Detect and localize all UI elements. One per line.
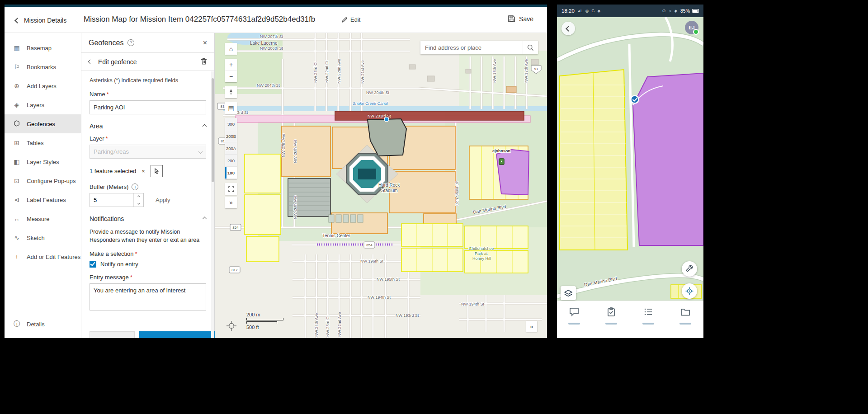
scale-imperial-label: 500 ft: [246, 325, 283, 330]
home-button[interactable]: ⌂: [225, 43, 237, 55]
responder-marker-ejohnson[interactable]: [499, 159, 504, 165]
notify-on-entry-checkbox[interactable]: [90, 261, 96, 268]
svg-text:NW 194th St: NW 194th St: [461, 302, 485, 306]
back-to-mission-details[interactable]: Mission Details: [15, 17, 66, 24]
zoom-in-button[interactable]: +: [225, 59, 237, 71]
close-panel-icon[interactable]: ×: [203, 39, 207, 47]
sidebar-item-label: Details: [27, 321, 45, 328]
svg-text:NW 21st Ave: NW 21st Ave: [360, 60, 365, 84]
svg-text:Honey Hill: Honey Hill: [472, 256, 491, 261]
svg-text:ejohnson: ejohnson: [492, 149, 510, 153]
sidebar-item-bookmarks[interactable]: ⚐Bookmarks: [5, 57, 81, 76]
floor-filter-button[interactable]: ▤: [225, 102, 237, 114]
status-right-icons: ∅ ♫ ◈: [662, 9, 678, 13]
save-button[interactable]: Save: [508, 15, 533, 23]
search-button[interactable]: [523, 41, 538, 54]
svg-text:NW 17th Ave: NW 17th Ave: [524, 59, 528, 83]
floor-option[interactable]: 300: [225, 118, 237, 130]
sidebar-item-configure-popups[interactable]: ⊡Configure Pop-ups: [5, 171, 81, 190]
compass-button[interactable]: [225, 86, 237, 98]
help-icon[interactable]: ?: [127, 39, 134, 46]
svg-text:NW 203rd St: NW 203rd St: [368, 114, 391, 118]
entry-message-textarea[interactable]: You are entering an area of interest: [90, 283, 206, 310]
nav-list-button[interactable]: [639, 307, 657, 332]
layer-select-value: ParkingAreas: [94, 148, 129, 155]
selected-road-strip: [335, 111, 524, 120]
notify-on-entry-label: Notify on entry: [100, 261, 138, 268]
collapse-chevron-icon: [203, 216, 207, 221]
tools-button[interactable]: [682, 261, 697, 277]
measure-icon: ↔: [13, 215, 21, 222]
sidebar-item-layers[interactable]: ◈Layers: [5, 95, 81, 114]
buffer-input[interactable]: [90, 197, 131, 203]
name-input[interactable]: [90, 100, 206, 114]
expand-button[interactable]: [225, 183, 237, 195]
svg-text:NW 196th St: NW 196th St: [360, 259, 384, 263]
nav-tasks-button[interactable]: [602, 307, 620, 332]
area-section-toggle[interactable]: Area: [90, 122, 206, 130]
phone-avatar[interactable]: EJ: [685, 21, 698, 34]
sidebar-item-sketch[interactable]: ∿Sketch: [5, 228, 81, 247]
clear-selection-icon[interactable]: ×: [142, 168, 145, 174]
map-view[interactable]: 81 817 817 854 854 91 Lake Lucerne NW 20…: [215, 33, 547, 338]
sidebar-item-basemap[interactable]: ▦Basemap: [5, 38, 81, 57]
details-icon: ⓘ: [13, 320, 21, 328]
sidebar-item-add-layers[interactable]: ⊕Add Layers: [5, 76, 81, 95]
phone-map-canvas[interactable]: Dan Marino Blvd: [557, 17, 703, 301]
svg-text:Snake Creek Canal: Snake Creek Canal: [353, 101, 388, 106]
nav-indicator: [679, 323, 691, 325]
bookmark-icon: ⚐: [13, 63, 21, 71]
delete-geofence-button[interactable]: [201, 58, 207, 66]
phone-back-button[interactable]: [561, 22, 575, 35]
search-input[interactable]: [420, 44, 523, 51]
sidebar-item-layer-styles[interactable]: ◧Layer Styles: [5, 152, 81, 171]
edit-label: Edit: [350, 16, 360, 23]
save-label: Save: [519, 15, 533, 23]
sketch-icon: ∿: [13, 234, 21, 241]
svg-text:817: 817: [231, 268, 238, 272]
locate-button[interactable]: [682, 283, 697, 299]
basemap-toggle-button[interactable]: [561, 286, 576, 300]
entry-message-label: Entry message: [90, 274, 129, 281]
map-canvas[interactable]: 81 817 817 854 854 91 Lake Lucerne NW 20…: [215, 33, 547, 338]
floor-option-active[interactable]: 100: [225, 167, 237, 179]
buffer-increment-button[interactable]: [134, 193, 143, 200]
collapse-panel-button[interactable]: «: [526, 321, 537, 332]
sidebar-item-add-edit-features[interactable]: +Add or Edit Features: [5, 247, 81, 266]
notifications-section-toggle[interactable]: Notifications: [90, 215, 206, 222]
floor-option[interactable]: 200B: [225, 130, 237, 142]
secondary-button-partial[interactable]: [90, 331, 135, 338]
sidebar-item-details[interactable]: ⓘDetails: [5, 315, 81, 334]
scrollbar-thumb[interactable]: [212, 78, 214, 182]
nav-indicator: [568, 323, 580, 325]
nav-folder-button[interactable]: [676, 307, 694, 332]
trash-icon: [201, 58, 207, 65]
required-asterisk: *: [135, 250, 137, 257]
phone-map[interactable]: Dan Marino Blvd: [557, 17, 703, 301]
floor-option[interactable]: 200: [225, 155, 237, 167]
buffer-decrement-button[interactable]: [134, 200, 143, 207]
required-asterisk: *: [107, 91, 109, 98]
layer-styles-icon: ◧: [13, 158, 21, 165]
select-feature-button[interactable]: [151, 165, 163, 177]
apply-buffer-button[interactable]: Apply: [156, 197, 170, 203]
primary-button-partial[interactable]: [139, 331, 216, 338]
panel-scrollbar[interactable]: [211, 71, 214, 338]
floor-option[interactable]: 200A: [225, 142, 237, 155]
sidebar-item-geofences[interactable]: Geofences: [5, 114, 81, 133]
tasks-icon: [607, 307, 616, 316]
layer-select[interactable]: ParkingAreas: [90, 145, 206, 159]
sidebar-item-measure[interactable]: ↔Measure: [5, 209, 81, 228]
sidebar-item-tables[interactable]: ⊞Tables: [5, 133, 81, 152]
geofence-hexagon-icon: [13, 120, 21, 128]
nav-chat-button[interactable]: [565, 307, 583, 332]
more-tools-button[interactable]: »: [225, 197, 237, 208]
buffer-info-icon[interactable]: i: [132, 183, 138, 190]
dropdown-chevron-icon: [198, 150, 203, 154]
sidebar-item-label-features[interactable]: ⊲Label Features: [5, 190, 81, 209]
edit-title-button[interactable]: Edit: [341, 16, 360, 23]
zoom-out-button[interactable]: −: [225, 71, 237, 82]
location-marker[interactable]: [631, 96, 639, 104]
back-chevron-icon[interactable]: [88, 60, 93, 64]
nav-indicator: [605, 323, 617, 325]
